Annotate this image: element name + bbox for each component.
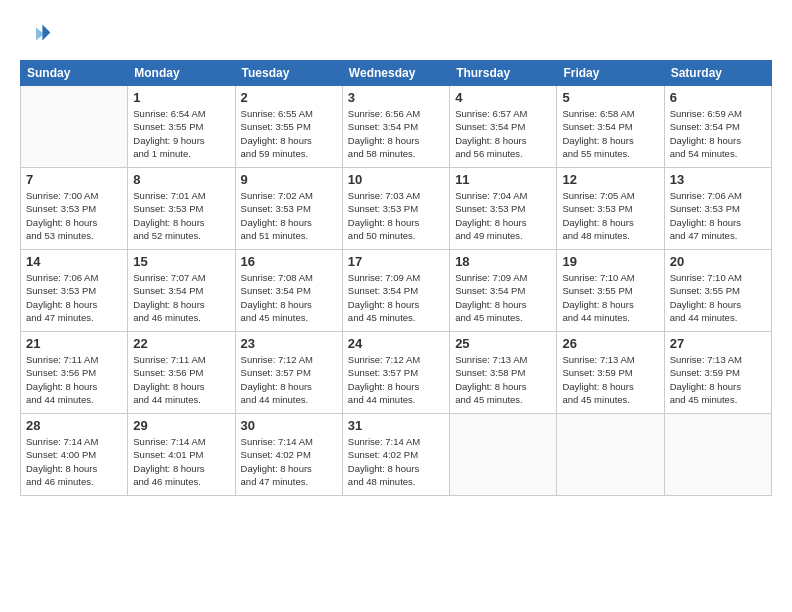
day-info: Sunrise: 6:57 AM Sunset: 3:54 PM Dayligh… [455, 107, 551, 160]
day-cell-2-4: 10Sunrise: 7:03 AM Sunset: 3:53 PM Dayli… [342, 168, 449, 250]
logo-icon [20, 18, 52, 50]
day-info: Sunrise: 7:02 AM Sunset: 3:53 PM Dayligh… [241, 189, 337, 242]
week-row-4: 21Sunrise: 7:11 AM Sunset: 3:56 PM Dayli… [21, 332, 772, 414]
day-cell-3-1: 14Sunrise: 7:06 AM Sunset: 3:53 PM Dayli… [21, 250, 128, 332]
day-number: 6 [670, 90, 766, 105]
day-cell-4-3: 23Sunrise: 7:12 AM Sunset: 3:57 PM Dayli… [235, 332, 342, 414]
day-cell-4-6: 26Sunrise: 7:13 AM Sunset: 3:59 PM Dayli… [557, 332, 664, 414]
day-info: Sunrise: 7:14 AM Sunset: 4:02 PM Dayligh… [241, 435, 337, 488]
day-number: 26 [562, 336, 658, 351]
day-info: Sunrise: 7:08 AM Sunset: 3:54 PM Dayligh… [241, 271, 337, 324]
day-number: 8 [133, 172, 229, 187]
calendar-table: Sunday Monday Tuesday Wednesday Thursday… [20, 60, 772, 496]
day-number: 20 [670, 254, 766, 269]
day-info: Sunrise: 7:14 AM Sunset: 4:00 PM Dayligh… [26, 435, 122, 488]
day-cell-2-3: 9Sunrise: 7:02 AM Sunset: 3:53 PM Daylig… [235, 168, 342, 250]
day-number: 13 [670, 172, 766, 187]
day-info: Sunrise: 7:11 AM Sunset: 3:56 PM Dayligh… [26, 353, 122, 406]
day-cell-5-1: 28Sunrise: 7:14 AM Sunset: 4:00 PM Dayli… [21, 414, 128, 496]
day-info: Sunrise: 7:05 AM Sunset: 3:53 PM Dayligh… [562, 189, 658, 242]
week-row-5: 28Sunrise: 7:14 AM Sunset: 4:00 PM Dayli… [21, 414, 772, 496]
day-number: 5 [562, 90, 658, 105]
day-cell-5-5 [450, 414, 557, 496]
day-info: Sunrise: 7:04 AM Sunset: 3:53 PM Dayligh… [455, 189, 551, 242]
day-info: Sunrise: 7:13 AM Sunset: 3:58 PM Dayligh… [455, 353, 551, 406]
day-info: Sunrise: 7:00 AM Sunset: 3:53 PM Dayligh… [26, 189, 122, 242]
header-friday: Friday [557, 61, 664, 86]
day-info: Sunrise: 7:13 AM Sunset: 3:59 PM Dayligh… [670, 353, 766, 406]
day-info: Sunrise: 7:09 AM Sunset: 3:54 PM Dayligh… [455, 271, 551, 324]
day-cell-1-7: 6Sunrise: 6:59 AM Sunset: 3:54 PM Daylig… [664, 86, 771, 168]
day-cell-3-2: 15Sunrise: 7:07 AM Sunset: 3:54 PM Dayli… [128, 250, 235, 332]
day-info: Sunrise: 7:11 AM Sunset: 3:56 PM Dayligh… [133, 353, 229, 406]
day-cell-5-7 [664, 414, 771, 496]
day-number: 27 [670, 336, 766, 351]
day-info: Sunrise: 6:55 AM Sunset: 3:55 PM Dayligh… [241, 107, 337, 160]
day-cell-3-4: 17Sunrise: 7:09 AM Sunset: 3:54 PM Dayli… [342, 250, 449, 332]
day-info: Sunrise: 7:06 AM Sunset: 3:53 PM Dayligh… [670, 189, 766, 242]
day-cell-5-3: 30Sunrise: 7:14 AM Sunset: 4:02 PM Dayli… [235, 414, 342, 496]
day-cell-4-2: 22Sunrise: 7:11 AM Sunset: 3:56 PM Dayli… [128, 332, 235, 414]
day-number: 3 [348, 90, 444, 105]
day-number: 2 [241, 90, 337, 105]
day-number: 28 [26, 418, 122, 433]
day-number: 18 [455, 254, 551, 269]
day-info: Sunrise: 7:10 AM Sunset: 3:55 PM Dayligh… [670, 271, 766, 324]
day-number: 7 [26, 172, 122, 187]
day-cell-1-3: 2Sunrise: 6:55 AM Sunset: 3:55 PM Daylig… [235, 86, 342, 168]
day-cell-4-1: 21Sunrise: 7:11 AM Sunset: 3:56 PM Dayli… [21, 332, 128, 414]
header-sunday: Sunday [21, 61, 128, 86]
day-number: 15 [133, 254, 229, 269]
page: Sunday Monday Tuesday Wednesday Thursday… [0, 0, 792, 612]
day-info: Sunrise: 7:01 AM Sunset: 3:53 PM Dayligh… [133, 189, 229, 242]
day-cell-4-5: 25Sunrise: 7:13 AM Sunset: 3:58 PM Dayli… [450, 332, 557, 414]
day-info: Sunrise: 7:10 AM Sunset: 3:55 PM Dayligh… [562, 271, 658, 324]
day-info: Sunrise: 7:09 AM Sunset: 3:54 PM Dayligh… [348, 271, 444, 324]
day-info: Sunrise: 7:12 AM Sunset: 3:57 PM Dayligh… [241, 353, 337, 406]
day-number: 14 [26, 254, 122, 269]
day-cell-5-6 [557, 414, 664, 496]
day-number: 23 [241, 336, 337, 351]
logo [20, 18, 56, 50]
day-number: 10 [348, 172, 444, 187]
day-number: 22 [133, 336, 229, 351]
day-cell-2-7: 13Sunrise: 7:06 AM Sunset: 3:53 PM Dayli… [664, 168, 771, 250]
day-cell-2-1: 7Sunrise: 7:00 AM Sunset: 3:53 PM Daylig… [21, 168, 128, 250]
day-cell-4-7: 27Sunrise: 7:13 AM Sunset: 3:59 PM Dayli… [664, 332, 771, 414]
header-thursday: Thursday [450, 61, 557, 86]
day-number: 30 [241, 418, 337, 433]
day-cell-1-6: 5Sunrise: 6:58 AM Sunset: 3:54 PM Daylig… [557, 86, 664, 168]
header-monday: Monday [128, 61, 235, 86]
week-row-1: 1Sunrise: 6:54 AM Sunset: 3:55 PM Daylig… [21, 86, 772, 168]
day-cell-5-4: 31Sunrise: 7:14 AM Sunset: 4:02 PM Dayli… [342, 414, 449, 496]
day-info: Sunrise: 7:03 AM Sunset: 3:53 PM Dayligh… [348, 189, 444, 242]
day-cell-3-3: 16Sunrise: 7:08 AM Sunset: 3:54 PM Dayli… [235, 250, 342, 332]
day-info: Sunrise: 7:14 AM Sunset: 4:02 PM Dayligh… [348, 435, 444, 488]
day-cell-4-4: 24Sunrise: 7:12 AM Sunset: 3:57 PM Dayli… [342, 332, 449, 414]
day-number: 12 [562, 172, 658, 187]
day-cell-3-5: 18Sunrise: 7:09 AM Sunset: 3:54 PM Dayli… [450, 250, 557, 332]
day-number: 9 [241, 172, 337, 187]
day-number: 24 [348, 336, 444, 351]
day-info: Sunrise: 6:58 AM Sunset: 3:54 PM Dayligh… [562, 107, 658, 160]
day-cell-2-2: 8Sunrise: 7:01 AM Sunset: 3:53 PM Daylig… [128, 168, 235, 250]
day-info: Sunrise: 6:56 AM Sunset: 3:54 PM Dayligh… [348, 107, 444, 160]
header-tuesday: Tuesday [235, 61, 342, 86]
day-number: 31 [348, 418, 444, 433]
day-number: 19 [562, 254, 658, 269]
header-saturday: Saturday [664, 61, 771, 86]
day-cell-1-2: 1Sunrise: 6:54 AM Sunset: 3:55 PM Daylig… [128, 86, 235, 168]
header-wednesday: Wednesday [342, 61, 449, 86]
header [20, 18, 772, 50]
day-number: 1 [133, 90, 229, 105]
week-row-2: 7Sunrise: 7:00 AM Sunset: 3:53 PM Daylig… [21, 168, 772, 250]
day-cell-2-5: 11Sunrise: 7:04 AM Sunset: 3:53 PM Dayli… [450, 168, 557, 250]
week-row-3: 14Sunrise: 7:06 AM Sunset: 3:53 PM Dayli… [21, 250, 772, 332]
day-cell-2-6: 12Sunrise: 7:05 AM Sunset: 3:53 PM Dayli… [557, 168, 664, 250]
day-number: 21 [26, 336, 122, 351]
day-number: 29 [133, 418, 229, 433]
calendar-header-row: Sunday Monday Tuesday Wednesday Thursday… [21, 61, 772, 86]
svg-marker-0 [42, 24, 50, 40]
day-number: 17 [348, 254, 444, 269]
day-number: 25 [455, 336, 551, 351]
